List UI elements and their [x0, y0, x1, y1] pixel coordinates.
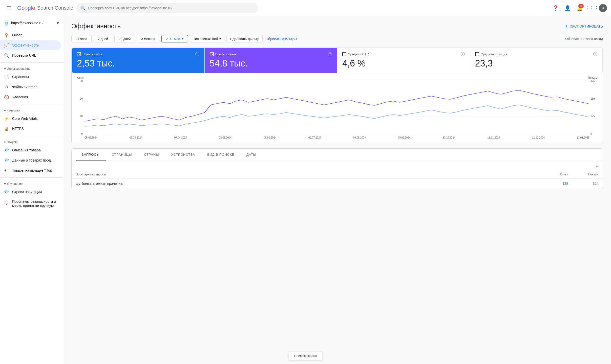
property-url: https://jawsonline.ru/	[11, 21, 55, 25]
sidebar-item-url-check[interactable]: 🔍 Проверка URL	[0, 50, 61, 60]
clicks-help-icon[interactable]: ?	[195, 52, 199, 56]
tab-devices[interactable]: УСТРОЙСТВА	[165, 149, 201, 161]
breadcrumb-icon: 💎	[4, 189, 9, 194]
cwv-icon: ⚡	[4, 116, 9, 121]
chevron-down-icon: ▾	[182, 37, 184, 41]
screenshot-button[interactable]: Снимок экрана	[289, 352, 322, 360]
period-28d-button[interactable]: 28 дней	[114, 35, 135, 42]
grid-icon: ⋮⋮⋮	[585, 5, 599, 11]
y-axis-left: 30 20 10 0	[77, 80, 83, 135]
position-help-icon[interactable]: ?	[593, 52, 597, 56]
layout: 🌐 https://jawsonline.ru/ ▾ 🏠 Обзор 📈 Эфф…	[0, 16, 611, 364]
sidebar: 🌐 https://jawsonline.ru/ ▾ 🏠 Обзор 📈 Эфф…	[0, 16, 63, 364]
filter-rows-icon[interactable]: ≡	[596, 163, 599, 169]
divider	[0, 136, 63, 136]
chart-left-label: Клики	[77, 76, 84, 79]
property-selector[interactable]: 🌐 https://jawsonline.ru/ ▾	[0, 18, 63, 28]
clicks-label: Всего кликов	[82, 52, 102, 56]
apps-button[interactable]: ⋮⋮⋮	[587, 3, 597, 13]
search-type-filter[interactable]: Тип поиска: Веб ▾	[190, 35, 224, 42]
chart-date: 07.04.2024	[174, 136, 187, 139]
impressions-help-icon[interactable]: ?	[328, 52, 332, 56]
menu-button[interactable]	[4, 3, 14, 13]
topbar-actions: ❓ 👤 🔔 36 ⋮⋮⋮ U	[550, 3, 607, 13]
sidebar-item-label: Core Web Vitals	[12, 117, 38, 121]
reset-filters-button[interactable]: Сбросить фильтры	[266, 37, 297, 41]
period-12m-button[interactable]: ✓ 12 мес. ▾	[161, 35, 188, 42]
sidebar-item-label: Описания товара	[12, 148, 41, 152]
logo: Google Search Console	[17, 5, 73, 11]
help-button[interactable]: ❓	[550, 3, 560, 13]
sidebar-item-pages[interactable]: 📄 Страницы	[0, 72, 61, 82]
col-header-shows: Показы	[568, 173, 599, 176]
tab-countries[interactable]: СТРАНЫ	[138, 149, 165, 161]
chart-date: 08.06.2024	[264, 136, 276, 139]
chart-date: 05.02.2024	[85, 136, 97, 139]
metric-ctr[interactable]: Средний CTR ? 4,6 %	[337, 48, 470, 73]
sidebar-item-product-data[interactable]: 💎 Данные о товарах прод...	[0, 155, 61, 165]
period-24h-button[interactable]: 24 часа	[71, 35, 92, 42]
avatar[interactable]: U	[599, 4, 607, 12]
ctr-checkbox[interactable]	[342, 52, 346, 56]
tab-queries[interactable]: ЗАПРОСЫ	[76, 149, 106, 161]
chart-right-label: Показы	[588, 76, 598, 79]
sidebar-item-https[interactable]: 🔒 HTTPS	[0, 124, 61, 134]
tab-dates[interactable]: ДАТЫ	[240, 149, 262, 161]
download-icon: ⬇	[565, 24, 568, 28]
col-header-clicks[interactable]: ↓ Клики	[538, 173, 568, 176]
app-name: Search Console	[37, 5, 73, 11]
sidebar-item-performance[interactable]: 📈 Эффективность	[0, 40, 61, 50]
share-button[interactable]: 👤	[562, 3, 573, 13]
search-input[interactable]	[88, 6, 254, 10]
period-7d-button[interactable]: 7 дней	[94, 35, 112, 42]
impressions-checkbox[interactable]: ✓	[210, 52, 214, 56]
export-button[interactable]: ⬇ ЭКСПОРТИРОВАТЬ	[565, 24, 603, 28]
sidebar-item-removals[interactable]: 🚫 Удаления	[0, 92, 61, 102]
sidebar-item-product-tab[interactable]: 🏷 Товары на вкладке "Пок...	[0, 165, 61, 175]
chart-svg	[85, 80, 588, 135]
update-timestamp: Обновлено 2 часа назад	[565, 37, 603, 41]
add-filter-button[interactable]: + Добавить фильтр	[226, 35, 263, 42]
metric-position[interactable]: Средняя позиция ? 23,3	[470, 48, 603, 73]
sidebar-item-sitemap[interactable]: 🗂 Файлы Sitemap	[0, 82, 61, 92]
section-title: Индексирование	[7, 67, 30, 71]
chevron-icon: ▾	[4, 67, 6, 71]
person-add-icon: 👤	[564, 5, 571, 11]
query-cell: футболка атомная прачечная	[76, 181, 538, 186]
table-row[interactable]: футболка атомная прачечная 128 324	[72, 178, 603, 189]
tabs-toolbar: ≡	[72, 161, 603, 171]
lock-icon: 🔒	[4, 126, 9, 131]
sidebar-item-overview[interactable]: 🏠 Обзор	[0, 30, 61, 40]
clicks-value: 2,53 тыс.	[77, 58, 199, 69]
sidebar-item-security[interactable]: 🛡 Проблемы безопасности и меры, принятые…	[0, 197, 61, 210]
chart-date: 10.10.2024	[443, 136, 455, 139]
position-label: Средняя позиция	[481, 52, 507, 56]
metric-clicks[interactable]: ✓ Всего кликов ? 2,53 тыс.	[72, 48, 205, 73]
section-shopping[interactable]: ▾ Покупки	[0, 138, 63, 145]
period-3m-button[interactable]: 3 месяца	[137, 35, 159, 42]
section-indexing[interactable]: ▾ Индексирование	[0, 65, 63, 72]
sort-down-icon: ↓	[557, 173, 559, 176]
chart-date: 09.07.2024	[308, 136, 321, 139]
sidebar-item-breadcrumbs[interactable]: 💎 Строки навигации	[0, 187, 61, 197]
tab-pages[interactable]: СТРАНИЦЫ	[106, 149, 138, 161]
sidebar-item-label: Проблемы безопасности и меры, принятые в…	[12, 199, 57, 208]
position-value: 23,3	[475, 58, 598, 69]
divider	[0, 177, 63, 178]
ctr-help-icon[interactable]: ?	[461, 52, 465, 56]
chart-dates: 05.02.2024 07.03.2024 07.04.2024 08.05.2…	[77, 135, 598, 139]
position-checkbox[interactable]	[475, 52, 479, 56]
sidebar-item-cwv[interactable]: ⚡ Core Web Vitals	[0, 113, 61, 124]
page-title: Эффективность	[71, 22, 121, 30]
notifications-button[interactable]: 🔔 36	[575, 3, 585, 13]
sidebar-item-product-desc[interactable]: 💎 Описания товара	[0, 145, 61, 155]
metric-impressions[interactable]: ✓ Всего показов ? 54,8 тыс.	[205, 48, 338, 73]
section-quality[interactable]: ▾ Качество	[0, 106, 63, 113]
main-content: Эффективность ⬇ ЭКСПОРТИРОВАТЬ 24 часа 7…	[63, 16, 611, 364]
tab-search-type[interactable]: ВИД В ПОИСКЕ	[201, 149, 240, 161]
section-improvements[interactable]: ▾ Улучшения	[0, 180, 63, 187]
sidebar-item-label: Данные о товарах прод...	[12, 158, 54, 162]
search-icon: 🔍	[80, 5, 86, 11]
clicks-checkbox[interactable]: ✓	[77, 52, 81, 56]
search-bar[interactable]: 🔍	[76, 3, 258, 13]
